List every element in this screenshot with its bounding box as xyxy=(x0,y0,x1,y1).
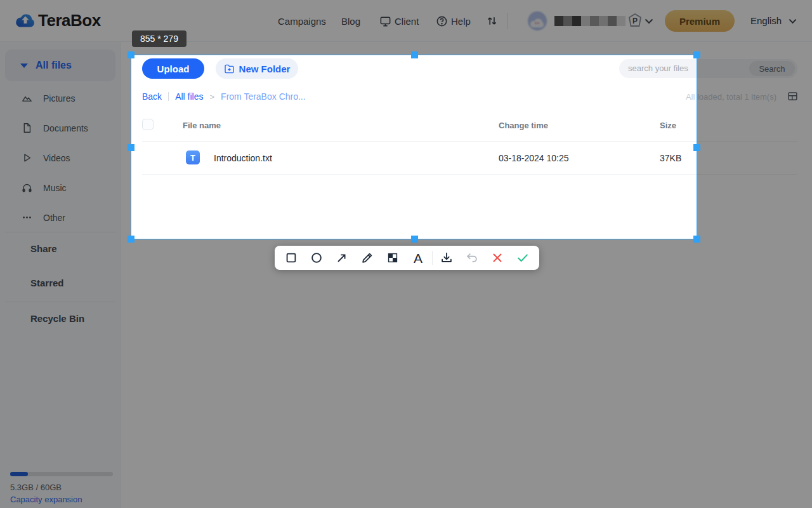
nav-client[interactable]: Client xyxy=(395,16,419,27)
storage-usage: 5.3GB / 60GB xyxy=(10,483,62,492)
list-status: All loaded, total 1 item(s) xyxy=(686,92,776,102)
documents-icon xyxy=(22,123,32,133)
download-capture-icon[interactable] xyxy=(434,246,459,270)
top-header: TeraBox Campaigns Blog Client Help xyxy=(0,0,812,42)
premium-button[interactable]: Premium xyxy=(665,10,735,32)
terabox-app: TeraBox Campaigns Blog Client Help xyxy=(0,0,812,508)
sidebar-item-label: All files xyxy=(36,60,72,71)
screenshot-selection-region[interactable] xyxy=(131,55,697,239)
nav-blog[interactable]: Blog xyxy=(341,16,360,27)
ellipsis-icon xyxy=(22,212,32,223)
terabox-logo-icon xyxy=(14,10,37,32)
help-icon xyxy=(436,15,448,27)
monitor-icon xyxy=(379,15,391,27)
search-button[interactable]: Search xyxy=(749,61,795,76)
capacity-expansion-link[interactable]: Capacity expansion xyxy=(10,495,82,504)
arrow-tool-icon[interactable] xyxy=(329,246,355,270)
brand-name: TeraBox xyxy=(38,11,101,30)
text-tool-icon[interactable]: A xyxy=(405,246,431,270)
nav-campaigns[interactable]: Campaigns xyxy=(278,16,326,27)
capture-annotation-toolbar: A xyxy=(275,246,539,270)
censored-username xyxy=(554,16,625,26)
sidebar-item-documents[interactable]: Documents xyxy=(0,121,121,137)
selection-dimensions-label: 855 * 279 xyxy=(132,30,187,47)
nav-help[interactable]: Help xyxy=(451,16,471,27)
sidebar-divider xyxy=(5,232,115,232)
music-icon xyxy=(22,182,32,193)
resize-handle-mid-right[interactable] xyxy=(693,144,700,151)
sidebar-item-all-files[interactable]: All files xyxy=(5,50,115,81)
account-chevron-down-icon[interactable] xyxy=(645,18,653,24)
resize-handle-bottom-left[interactable] xyxy=(128,236,134,243)
undo-icon[interactable] xyxy=(459,246,485,270)
sidebar-item-music[interactable]: Music xyxy=(0,181,121,196)
resize-handle-top-center[interactable] xyxy=(411,51,418,58)
pictures-icon xyxy=(22,93,32,104)
cancel-capture-icon[interactable] xyxy=(485,246,510,270)
ellipse-tool-icon[interactable] xyxy=(304,246,329,270)
resize-handle-mid-left[interactable] xyxy=(128,144,134,151)
resize-handle-bottom-right[interactable] xyxy=(693,236,700,243)
resize-handle-top-right[interactable] xyxy=(693,51,700,58)
storage-progress-bar xyxy=(10,472,113,476)
header-divider xyxy=(508,13,508,29)
avatar[interactable] xyxy=(528,11,547,30)
language-chevron-down-icon[interactable] xyxy=(789,18,797,24)
confirm-capture-icon[interactable] xyxy=(510,246,535,270)
storage-progress-fill xyxy=(10,472,28,476)
view-toggle-grid-icon[interactable] xyxy=(787,91,798,102)
sidebar-item-recycle-bin[interactable]: Recycle Bin xyxy=(30,313,84,324)
rectangle-tool-icon[interactable] xyxy=(278,246,304,270)
language-selector[interactable]: English xyxy=(750,15,782,26)
transfer-list-icon[interactable] xyxy=(486,15,499,27)
collapse-triangle-icon xyxy=(20,64,28,68)
sidebar-divider xyxy=(5,302,115,302)
sidebar-item-videos[interactable]: Videos xyxy=(0,151,121,166)
resize-handle-bottom-center[interactable] xyxy=(411,236,418,243)
toolbar-divider xyxy=(432,251,433,265)
sidebar-item-share[interactable]: Share xyxy=(30,243,57,254)
resize-handle-top-left[interactable] xyxy=(128,51,134,58)
sidebar-item-starred[interactable]: Starred xyxy=(30,277,64,288)
mosaic-tool-icon[interactable] xyxy=(380,246,405,270)
premium-badge-icon: P xyxy=(627,13,643,29)
sidebar-item-pictures[interactable]: Pictures xyxy=(0,91,121,107)
svg-text:P: P xyxy=(632,17,638,25)
videos-icon xyxy=(22,152,32,163)
pencil-tool-icon[interactable] xyxy=(355,246,380,270)
sidebar-item-other[interactable]: Other xyxy=(0,211,121,226)
sidebar: All files Pictures Documents Videos Musi… xyxy=(0,42,121,508)
